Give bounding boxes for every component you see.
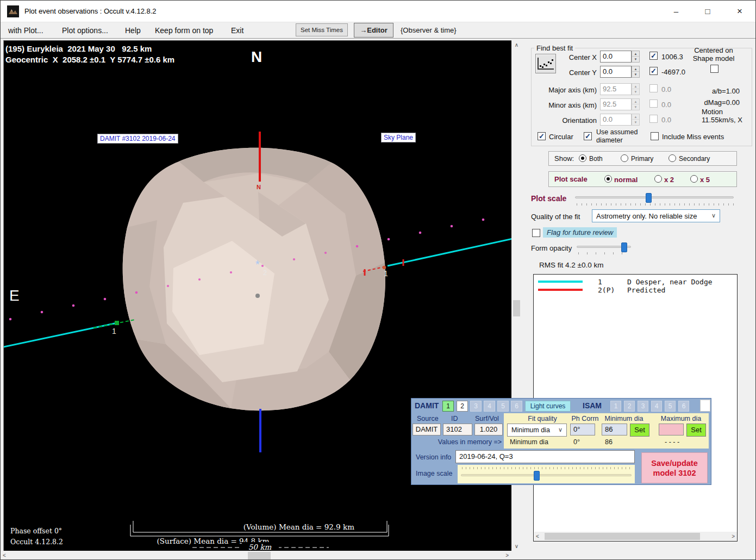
include-miss-events-label: Include Miss events	[662, 133, 724, 141]
list-scroll-thumb[interactable]	[545, 533, 700, 540]
scroll-left-icon[interactable]: <	[3, 552, 6, 558]
menu-help[interactable]: Help	[125, 26, 141, 35]
use-assumed-diameter-checkbox[interactable]: ✓	[584, 132, 592, 140]
sky-plane-box: Sky Plane	[381, 133, 416, 142]
plot-scale-slider-thumb[interactable]	[646, 193, 652, 203]
close-icon[interactable]: ×	[726, 1, 754, 22]
set-maximum-button[interactable]: Set	[686, 424, 706, 437]
memory-minimum: 86	[605, 438, 613, 446]
predicted-star-mark: *	[255, 258, 260, 270]
light-curves-button[interactable]: Light curves	[525, 401, 571, 412]
centered-on-shape-checkbox[interactable]	[710, 65, 718, 73]
observer-name: Predicted	[627, 286, 665, 294]
east-direction-label: E	[9, 287, 20, 304]
horizontal-scroll-thumb[interactable]	[248, 552, 271, 559]
image-scale-label: Image scale	[416, 470, 452, 477]
editor-button[interactable]: →Editor	[354, 23, 393, 38]
scroll-down-icon[interactable]: ∨	[512, 543, 521, 549]
center-x-input[interactable]: 0.0	[600, 51, 632, 63]
phase-correction-field[interactable]: 0°	[570, 424, 595, 435]
center-x-label: Center X	[555, 53, 597, 61]
minimum-dia-field[interactable]: 86	[602, 424, 627, 435]
damit-model-1-button[interactable]: 1	[442, 401, 454, 412]
scroll-right-icon[interactable]: >	[505, 552, 509, 558]
center-x-spinner[interactable]: ▲▼	[632, 51, 640, 63]
center-y-checkbox[interactable]: ✓	[649, 67, 658, 75]
minor-axis-value: 0.0	[661, 101, 671, 109]
memory-phase: 0°	[573, 438, 580, 446]
damit-model-6-button: 6	[511, 401, 522, 412]
orientation-input: 0.0	[600, 114, 632, 126]
list-horizontal-scrollbar[interactable]: < >	[534, 532, 737, 541]
circular-checkbox[interactable]: ✓	[538, 132, 546, 140]
show-primary-radio[interactable]	[621, 154, 628, 162]
app-window: Plot event observations : Occult v.4.12.…	[0, 0, 756, 560]
save-update-model-button[interactable]: Save/update model 3102	[641, 452, 708, 483]
minimize-icon[interactable]: –	[662, 1, 690, 22]
orientation-checkbox	[649, 115, 658, 123]
plot-scale-x5-radio[interactable]	[690, 175, 698, 183]
menu-keep-on-top[interactable]: Keep form on top	[155, 26, 213, 35]
source-field[interactable]: DAMIT	[413, 424, 441, 435]
list-item[interactable]: 2(P) Predicted	[534, 286, 737, 294]
maximize-icon[interactable]: □	[693, 1, 722, 22]
maximum-dia-field[interactable]	[659, 424, 684, 435]
image-scale-slider[interactable]	[458, 465, 635, 483]
plot-horizontal-scrollbar[interactable]: < >	[1, 551, 512, 560]
plot-scale-x2-radio[interactable]	[654, 175, 662, 183]
scroll-right-icon[interactable]: >	[732, 533, 735, 539]
scroll-up-icon[interactable]: ∧	[512, 42, 521, 48]
orientation-spinner: ▲▼	[632, 114, 640, 126]
menu-with-plot[interactable]: with Plot...	[8, 26, 43, 35]
model-id-field[interactable]: 3102	[443, 424, 472, 435]
show-secondary-radio[interactable]	[668, 154, 676, 162]
show-both-radio[interactable]	[579, 154, 586, 162]
minor-axis-input: 92.5	[600, 98, 632, 110]
version-info-field[interactable]: 2019-06-24, Q=3	[455, 450, 635, 463]
damit-model-2-button[interactable]: 2	[457, 401, 468, 412]
center-x-checkbox[interactable]: ✓	[649, 52, 658, 60]
plot-scale-slider-label: Plot scale	[531, 194, 566, 203]
fit-quality-value: Minimum dia	[511, 426, 550, 434]
motion-label: Motion	[702, 108, 723, 116]
minor-axis-checkbox	[649, 99, 658, 108]
quality-of-fit-dropdown[interactable]: Astrometry only. No reliable size ∨	[592, 209, 720, 222]
plot-title-line1: (195) Eurykleia 2021 May 30 92.5 km	[5, 44, 152, 53]
scroll-left-icon[interactable]: <	[536, 533, 539, 539]
north-direction-label: N	[251, 48, 262, 66]
damit-model-3-button: 3	[470, 401, 482, 412]
set-minimum-button[interactable]: Set	[630, 424, 649, 437]
shape-model-id-box: DAMIT #3102 2019-06-24	[97, 134, 178, 144]
save-button-line2: model 3102	[642, 468, 707, 478]
form-opacity-slider-thumb[interactable]	[621, 242, 627, 252]
surfvol-field[interactable]: 1.020	[474, 424, 503, 435]
use-assumed-label-1: Use assumed	[596, 128, 638, 136]
observation-number: 2(P)	[598, 286, 615, 294]
maximum-dia-header: Maximum dia	[657, 415, 705, 422]
menu-plot-options[interactable]: Plot options...	[62, 26, 108, 35]
plot-scale-slider-ticks	[577, 203, 734, 206]
plot-scale-x5-label: x 5	[700, 176, 710, 184]
best-fit-icon-button[interactable]	[535, 54, 556, 73]
plot-scale-normal-radio[interactable]	[604, 175, 612, 183]
image-scale-thumb[interactable]	[534, 471, 540, 481]
center-y-spinner[interactable]: ▲▼	[632, 66, 640, 78]
plot-scale-box: Plot scale normal x 2 x 5	[548, 171, 737, 187]
center-y-input[interactable]: 0.0	[600, 66, 632, 78]
flag-review-checkbox[interactable]	[532, 229, 540, 237]
set-miss-times-button[interactable]: Set Miss Times	[296, 23, 348, 36]
plot-scale-slider-track[interactable]	[575, 196, 734, 198]
list-item[interactable]: 1 D Oesper, near Dodge	[534, 278, 737, 286]
fit-quality-dropdown[interactable]: Minimum dia ∨	[507, 424, 567, 437]
isam-model-4-button: 4	[651, 401, 662, 412]
show-label: Show:	[554, 154, 574, 163]
vertical-scroll-thumb[interactable]	[513, 300, 520, 316]
center-y-value: -4697.0	[661, 68, 685, 76]
values-in-memory-label: Values in memory =>	[433, 438, 502, 446]
form-opacity-slider-ticks	[578, 252, 630, 254]
menu-exit[interactable]: Exit	[231, 26, 243, 35]
show-primary-label: Primary	[631, 155, 653, 163]
include-miss-events-checkbox[interactable]	[651, 132, 659, 140]
observer-time-label[interactable]: {Observer & time}	[401, 26, 457, 34]
image-scale-track[interactable]	[461, 474, 632, 476]
